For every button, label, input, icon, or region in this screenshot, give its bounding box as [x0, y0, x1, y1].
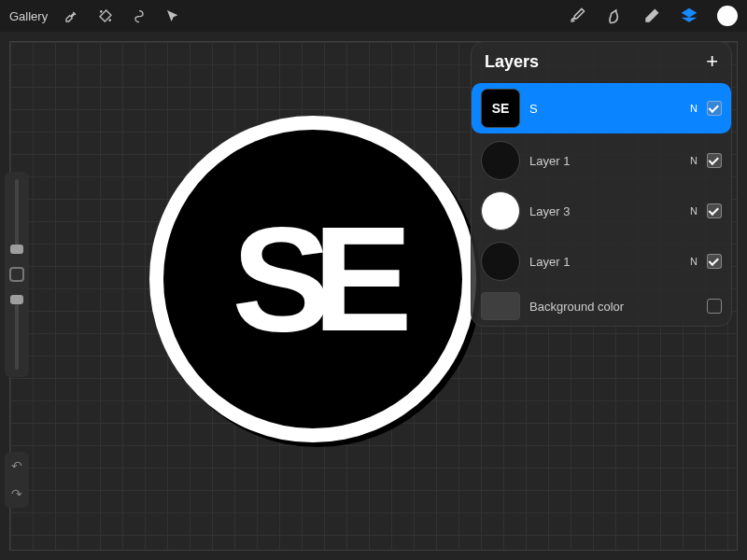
blend-mode[interactable]: N — [690, 155, 698, 166]
artwork-monogram: SE — [232, 193, 393, 365]
top-right-group — [568, 6, 738, 26]
smudge-icon[interactable] — [605, 7, 624, 25]
color-picker-icon[interactable] — [717, 6, 738, 26]
layer-name: Background color — [529, 300, 688, 314]
brush-size-slider[interactable] — [15, 179, 19, 254]
layer-thumbnail — [481, 141, 520, 180]
undo-redo-rail: ↶ ↷ — [5, 452, 29, 508]
layer-thumbnail — [481, 242, 520, 281]
cursor-icon[interactable] — [163, 7, 182, 25]
slider-thumb[interactable] — [10, 295, 23, 304]
layer-name: S — [529, 102, 681, 116]
undo-icon[interactable]: ↶ — [11, 458, 22, 473]
wrench-icon[interactable] — [63, 7, 81, 25]
top-left-group: Gallery — [9, 7, 182, 25]
left-slider-rail — [5, 172, 29, 377]
layer-name: Layer 1 — [529, 255, 681, 269]
artwork-disc: SE — [163, 130, 462, 428]
blend-mode[interactable]: N — [690, 205, 698, 217]
layer-row[interactable]: SE S N — [472, 83, 731, 133]
layers-icon[interactable] — [680, 7, 698, 25]
visibility-checkbox[interactable] — [707, 101, 722, 116]
wand-icon[interactable] — [96, 7, 115, 25]
visibility-checkbox[interactable] — [707, 299, 722, 314]
layer-name: Layer 3 — [529, 204, 681, 218]
blend-mode[interactable]: N — [690, 256, 698, 267]
brush-opacity-slider[interactable] — [15, 295, 19, 370]
layer-thumbnail — [481, 292, 520, 320]
layer-row[interactable]: Layer 1 N — [472, 135, 731, 186]
eraser-icon[interactable] — [642, 7, 661, 25]
visibility-checkbox[interactable] — [707, 254, 722, 269]
artwork-logo[interactable]: SE — [145, 111, 490, 456]
blend-mode[interactable]: N — [690, 103, 698, 114]
layer-thumbnail — [481, 191, 520, 231]
brush-icon[interactable] — [568, 7, 586, 25]
layers-header: Layers + — [472, 42, 731, 81]
gallery-link[interactable]: Gallery — [9, 9, 48, 23]
layer-row[interactable]: Layer 3 N — [472, 186, 731, 236]
layer-row[interactable]: Layer 1 N — [472, 236, 731, 287]
visibility-checkbox[interactable] — [707, 203, 722, 218]
visibility-checkbox[interactable] — [707, 153, 722, 168]
layer-thumbnail: SE — [481, 89, 520, 128]
layers-title: Layers — [485, 52, 539, 72]
modify-button[interactable] — [9, 267, 24, 282]
slider-thumb[interactable] — [10, 245, 23, 254]
add-layer-button[interactable]: + — [706, 51, 718, 72]
top-toolbar: Gallery — [0, 0, 747, 32]
layers-panel: Layers + SE S N Layer 1 N Layer 3 N Laye… — [471, 41, 732, 327]
redo-icon[interactable]: ↷ — [11, 486, 22, 501]
selection-icon[interactable] — [130, 7, 148, 25]
layer-name: Layer 1 — [529, 154, 681, 168]
layer-row[interactable]: Background color — [472, 287, 731, 326]
